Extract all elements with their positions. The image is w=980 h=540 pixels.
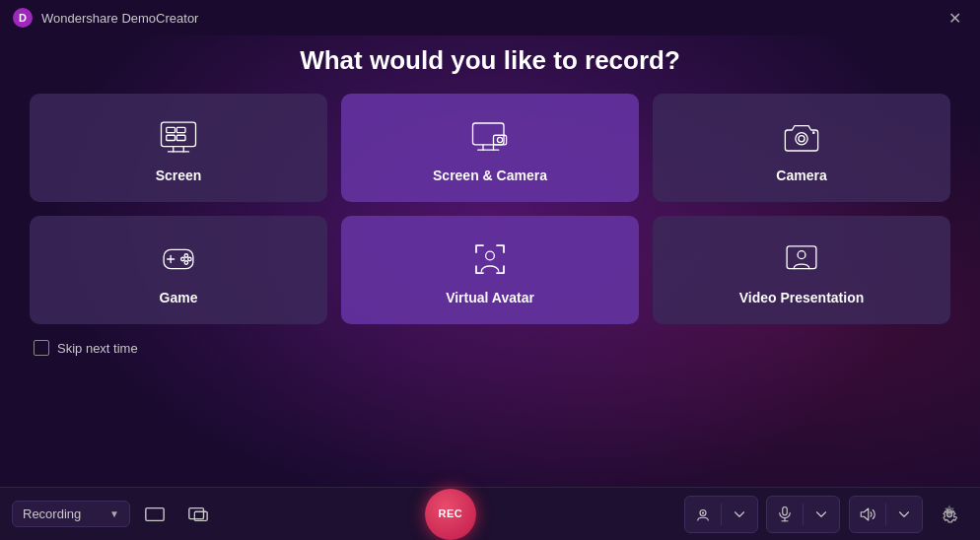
webcam-chevron-icon — [731, 506, 748, 523]
svg-point-33 — [702, 511, 704, 513]
svg-rect-8 — [167, 135, 175, 140]
svg-point-23 — [181, 257, 185, 261]
speaker-chevron-icon — [895, 506, 913, 523]
fullscreen-button[interactable] — [136, 496, 174, 533]
svg-point-12 — [497, 137, 502, 142]
svg-text:D: D — [19, 12, 27, 24]
screen-camera-label: Screen & Camera — [433, 168, 547, 183]
microphone-group — [766, 496, 840, 533]
rec-button[interactable]: REC — [425, 489, 476, 540]
bottom-toolbar: Recording ▼ REC — [0, 487, 980, 540]
option-screen-camera[interactable]: Screen & Camera — [341, 94, 639, 202]
settings-button[interactable] — [931, 496, 968, 533]
screen-camera-icon — [469, 116, 511, 158]
webcam-dropdown-btn[interactable] — [722, 497, 757, 532]
option-game[interactable]: Game — [30, 216, 327, 324]
title-bar: D Wondershare DemoCreator ✕ — [0, 0, 980, 35]
microphone-dropdown-btn[interactable] — [804, 497, 839, 532]
close-button[interactable]: ✕ — [941, 4, 968, 32]
avatar-icon — [469, 238, 511, 280]
svg-rect-29 — [146, 507, 164, 520]
svg-point-22 — [184, 254, 188, 258]
option-screen[interactable]: Screen — [30, 94, 327, 202]
skip-checkbox[interactable] — [34, 340, 49, 356]
screen-label: Screen — [156, 168, 202, 183]
main-content: What would you like to record? Screen — [0, 35, 980, 373]
webcam-icon — [694, 506, 712, 523]
recording-text: Recording — [23, 506, 104, 521]
camera-label: Camera — [776, 168, 826, 183]
rec-btn-wrap: REC — [223, 489, 678, 540]
svg-point-18 — [812, 131, 815, 134]
svg-rect-10 — [473, 123, 505, 145]
speaker-group — [849, 496, 923, 533]
svg-point-25 — [184, 261, 188, 265]
webcam-group — [684, 496, 758, 533]
svg-rect-9 — [176, 135, 185, 140]
window-button[interactable] — [179, 496, 217, 533]
svg-rect-7 — [176, 127, 185, 132]
speaker-dropdown-btn[interactable] — [886, 497, 922, 532]
svg-rect-6 — [167, 127, 175, 132]
page-title: What would you like to record? — [30, 45, 950, 76]
right-toolbar-group — [684, 496, 968, 533]
skip-label: Skip next time — [57, 341, 138, 356]
svg-rect-30 — [189, 507, 204, 518]
app-title: Wondershare DemoCreator — [41, 11, 941, 26]
option-camera[interactable]: Camera — [653, 94, 950, 202]
svg-point-28 — [798, 251, 805, 259]
webcam-button[interactable] — [685, 497, 721, 532]
svg-point-26 — [486, 251, 495, 260]
svg-rect-27 — [787, 246, 816, 269]
virtual-avatar-label: Virtual Avatar — [446, 290, 534, 305]
svg-rect-34 — [783, 506, 788, 514]
chevron-down-icon: ▼ — [109, 508, 119, 519]
screen-icon — [158, 116, 199, 158]
fullscreen-icon — [144, 504, 166, 525]
settings-icon — [940, 505, 959, 524]
speaker-button[interactable] — [850, 497, 885, 532]
window-icon — [187, 504, 209, 525]
microphone-icon — [776, 506, 794, 523]
option-video-presentation[interactable]: Video Presentation — [653, 216, 950, 324]
svg-rect-2 — [162, 122, 196, 147]
svg-marker-37 — [861, 508, 869, 520]
speaker-icon — [859, 506, 876, 523]
skip-row: Skip next time — [30, 340, 950, 356]
presentation-icon — [781, 238, 822, 280]
recording-dropdown[interactable]: Recording ▼ — [12, 501, 130, 527]
svg-point-16 — [796, 133, 807, 145]
svg-point-17 — [799, 136, 805, 142]
camera-icon — [781, 116, 822, 158]
options-grid: Screen Screen & Camera Camera — [30, 94, 950, 324]
svg-point-24 — [188, 257, 192, 261]
mic-chevron-icon — [812, 506, 830, 523]
game-icon — [158, 238, 199, 280]
game-label: Game — [160, 290, 198, 305]
microphone-button[interactable] — [767, 497, 803, 532]
video-presentation-label: Video Presentation — [739, 290, 865, 305]
rec-label: REC — [438, 508, 462, 519]
option-virtual-avatar[interactable]: Virtual Avatar — [341, 216, 639, 324]
app-logo-icon: D — [12, 7, 34, 29]
